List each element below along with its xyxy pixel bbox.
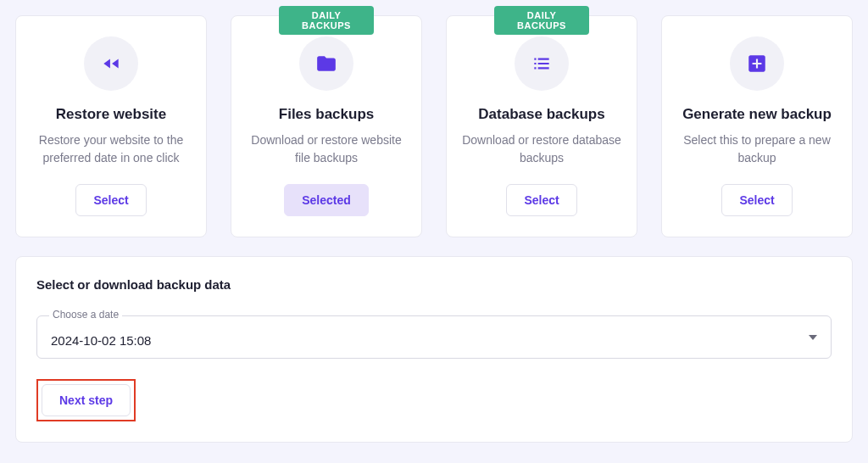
- next-step-highlight: Next step: [36, 379, 136, 421]
- date-value: 2024-10-02 15:08: [51, 333, 817, 348]
- date-label: Choose a date: [49, 309, 122, 321]
- rewind-icon: [84, 36, 138, 91]
- card-desc: Select this to prepare a new backup: [676, 131, 838, 167]
- selected-button[interactable]: Selected: [284, 184, 369, 216]
- next-step-button[interactable]: Next step: [42, 384, 131, 416]
- date-select[interactable]: Choose a date 2024-10-02 15:08: [36, 315, 832, 359]
- folder-icon: [299, 36, 353, 91]
- card-desc: Download or restore database backups: [460, 131, 623, 167]
- daily-backups-badge: DAILY BACKUPS: [494, 6, 589, 35]
- card-restore-website: Restore website Restore your website to …: [15, 15, 207, 237]
- add-file-icon: [730, 36, 784, 91]
- chevron-down-icon: [809, 335, 817, 340]
- select-button[interactable]: Select: [721, 184, 792, 216]
- daily-backups-badge: DAILY BACKUPS: [279, 6, 374, 35]
- backup-data-panel: Select or download backup data Choose a …: [15, 256, 853, 443]
- card-title: Generate new backup: [682, 106, 832, 123]
- panel-title: Select or download backup data: [36, 277, 832, 292]
- card-generate-backup: Generate new backup Select this to prepa…: [661, 15, 853, 237]
- card-title: Database backups: [478, 106, 604, 123]
- card-title: Files backups: [279, 106, 374, 123]
- select-button[interactable]: Select: [75, 184, 146, 216]
- card-desc: Download or restore website file backups: [245, 131, 408, 167]
- card-files-backups: DAILY BACKUPS Files backups Download or …: [231, 15, 422, 237]
- list-icon: [515, 36, 569, 91]
- select-button[interactable]: Select: [506, 184, 576, 216]
- card-desc: Restore your website to the preferred da…: [30, 131, 192, 167]
- card-database-backups: DAILY BACKUPS Database backups Download …: [446, 15, 637, 237]
- card-title: Restore website: [56, 106, 166, 123]
